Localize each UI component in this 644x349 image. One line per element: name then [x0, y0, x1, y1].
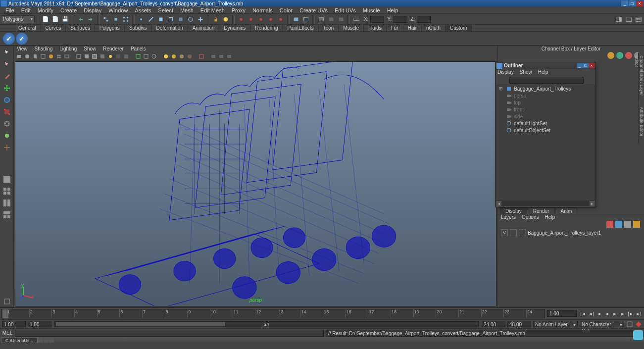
universal-tool[interactable]: [0, 118, 13, 130]
vp-textured-icon[interactable]: [99, 53, 106, 60]
menu-create[interactable]: Create: [57, 7, 80, 13]
range-thumb[interactable]: [56, 322, 225, 326]
history-on-icon[interactable]: [292, 15, 300, 24]
render-settings-icon[interactable]: [337, 15, 346, 24]
remote-app-icon[interactable]: [633, 330, 643, 340]
ipr-icon[interactable]: [327, 15, 336, 24]
minimize-button[interactable]: _: [621, 0, 628, 6]
vp-camera-attr-icon[interactable]: [24, 53, 31, 60]
taskbar-min[interactable]: [38, 338, 43, 343]
vp-lights-icon[interactable]: [107, 53, 114, 60]
vp-image-plane-icon[interactable]: [40, 53, 47, 60]
vp-xray-icon[interactable]: [143, 53, 149, 60]
vp-hq-icon[interactable]: [123, 53, 130, 60]
select-uv-icon[interactable]: [166, 15, 175, 24]
layer-menu-options[interactable]: Options: [522, 214, 539, 221]
snap-point-icon[interactable]: [256, 15, 265, 24]
current-time-field[interactable]: 1.00: [547, 310, 577, 317]
snap-grid-icon[interactable]: [237, 15, 246, 24]
shelf-hair[interactable]: Hair: [403, 25, 422, 31]
menu-edit-uvs[interactable]: Edit UVs: [331, 7, 359, 13]
vp-wire-on-shaded-icon[interactable]: [91, 53, 98, 60]
menu-muscle[interactable]: Muscle: [359, 7, 384, 13]
z-input[interactable]: [417, 16, 431, 23]
menu-normals[interactable]: Normals: [249, 7, 276, 13]
channel-icon-2[interactable]: [616, 52, 623, 59]
anim-layer-dropdown[interactable]: No Anim Layer: [533, 321, 578, 327]
menu-create-uvs[interactable]: Create UVs: [296, 7, 331, 13]
menu-display[interactable]: Display: [80, 7, 105, 13]
rotate-tool[interactable]: [0, 94, 13, 106]
vp-shadows-icon[interactable]: [115, 53, 122, 60]
step-forward-key-button[interactable]: |►: [627, 310, 634, 317]
vp-xray-joints-icon[interactable]: [150, 53, 157, 60]
layout-single-icon[interactable]: [0, 173, 13, 185]
menu-mesh[interactable]: Mesh: [177, 7, 197, 13]
step-back-key-button[interactable]: ◄|: [588, 310, 594, 317]
snap-live-icon[interactable]: [276, 15, 285, 24]
layer-tab-render[interactable]: Render: [528, 207, 555, 214]
vp-smooth-icon[interactable]: [83, 53, 90, 60]
set-key-icon[interactable]: [634, 320, 643, 329]
menu-proxy[interactable]: Proxy: [228, 7, 249, 13]
scale-tool[interactable]: [0, 106, 13, 118]
vp-light1-icon[interactable]: [162, 53, 169, 60]
shelf-dynamics[interactable]: Dynamics: [219, 25, 250, 31]
show-manip-tool[interactable]: [0, 142, 13, 153]
shelf-surfaces[interactable]: Surfaces: [66, 25, 95, 31]
x-input[interactable]: [370, 16, 384, 23]
shelf-button-2[interactable]: [16, 33, 28, 45]
auto-key-icon[interactable]: [625, 320, 634, 329]
outliner-maximize[interactable]: □: [583, 63, 589, 68]
menu-assets[interactable]: Assets: [131, 7, 154, 13]
layer-color-swatch[interactable]: [519, 229, 526, 236]
play-back-button[interactable]: ◄: [603, 310, 610, 317]
vp-light4-icon[interactable]: [186, 53, 193, 60]
shelf-subdivs[interactable]: Subdivs: [125, 25, 152, 31]
vp-menu-panels[interactable]: Panels: [131, 46, 146, 52]
playback-end-field[interactable]: 24.00: [482, 321, 505, 327]
vp-wire-icon[interactable]: [75, 53, 82, 60]
vp-select-camera-icon[interactable]: [16, 53, 23, 60]
vp-menu-view[interactable]: View: [17, 46, 28, 52]
shelf-fluids[interactable]: Fluids: [364, 25, 387, 31]
select-misc-icon[interactable]: [186, 15, 195, 24]
shelf-animation[interactable]: Animation: [188, 25, 219, 31]
vp-menu-lighting[interactable]: Lighting: [59, 46, 77, 52]
xyz-input-icon[interactable]: [352, 15, 361, 24]
outliner-close[interactable]: ×: [589, 63, 594, 68]
time-ruler[interactable]: 123456789101112131415161718192021222324: [1, 309, 545, 318]
maximize-button[interactable]: □: [629, 0, 636, 6]
select-hier-icon[interactable]: [101, 15, 110, 24]
viewport[interactable]: yx persp: [15, 61, 496, 306]
menu-window[interactable]: Window: [105, 7, 131, 13]
tool-settings-icon[interactable]: [0, 296, 13, 307]
anim-start-field[interactable]: 1.00: [2, 321, 26, 327]
shelf-fur[interactable]: Fur: [387, 25, 403, 31]
menu-select[interactable]: Select: [154, 7, 177, 13]
shelf-rendering[interactable]: Rendering: [250, 25, 283, 31]
outliner-search[interactable]: [509, 77, 584, 84]
vp-light2-icon[interactable]: [170, 53, 177, 60]
history-off-icon[interactable]: [301, 15, 310, 24]
select-edge-icon[interactable]: [147, 15, 155, 24]
select-vertex-icon[interactable]: [137, 15, 146, 24]
outliner-menu-show[interactable]: Show: [520, 69, 532, 76]
layer-btn-1[interactable]: [606, 221, 613, 228]
step-back-button[interactable]: ◄: [595, 310, 602, 317]
shelf-general[interactable]: General: [14, 25, 41, 31]
layer-tab-display[interactable]: Display: [500, 207, 527, 214]
range-slider[interactable]: 24: [54, 321, 479, 327]
vp-menu-renderer[interactable]: Renderer: [103, 46, 124, 52]
outliner-menu-display[interactable]: Display: [497, 69, 514, 76]
channel-icon-1[interactable]: [607, 52, 614, 59]
move-tool[interactable]: [0, 82, 13, 94]
layer-row[interactable]: V Baggage_Airport_Trolleys_layer1: [498, 229, 644, 237]
outliner-minimize[interactable]: _: [577, 63, 583, 68]
menu-color[interactable]: Color: [276, 7, 296, 13]
open-scene-icon[interactable]: [51, 15, 60, 24]
go-to-start-button[interactable]: |◄: [580, 310, 587, 317]
outliner-menu-help[interactable]: Help: [538, 69, 548, 76]
layer-visibility-toggle[interactable]: V: [501, 229, 508, 236]
menu-modify[interactable]: Modify: [34, 7, 57, 13]
